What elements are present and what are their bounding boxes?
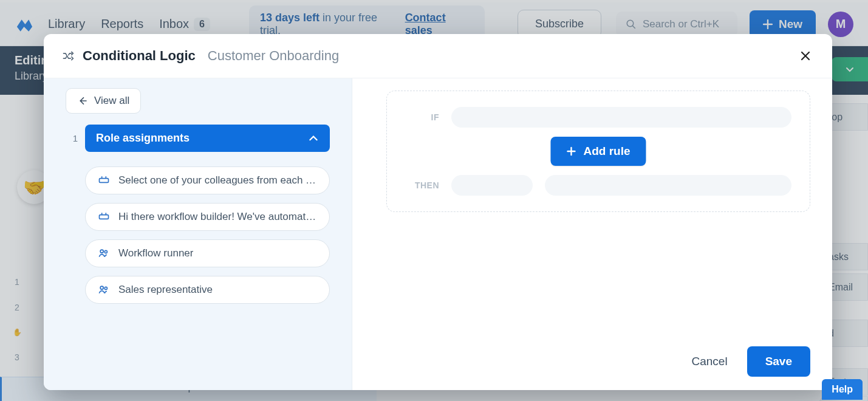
steps-panel: View all 1 Role assignments Select one o… bbox=[44, 78, 352, 390]
if-placeholder[interactable] bbox=[451, 107, 791, 128]
shuffle-icon bbox=[62, 50, 74, 62]
rule-builder: IF THEN Add rule bbox=[386, 91, 810, 212]
svg-rect-3 bbox=[100, 215, 109, 219]
view-all-label: View all bbox=[94, 95, 129, 107]
conditional-logic-modal: Conditional Logic Customer Onboarding Vi… bbox=[44, 34, 832, 390]
step-header[interactable]: Role assignments bbox=[85, 125, 330, 152]
then-row: THEN bbox=[405, 175, 791, 196]
modal-footer: Cancel Save bbox=[386, 333, 810, 377]
chevron-up-icon bbox=[308, 133, 319, 144]
people-icon bbox=[98, 247, 110, 259]
cancel-button[interactable]: Cancel bbox=[688, 349, 731, 374]
svg-rect-2 bbox=[100, 179, 109, 183]
step-subitems: Select one of your colleagues from each … bbox=[85, 166, 330, 304]
then-action-placeholder[interactable] bbox=[451, 175, 533, 196]
if-row: IF bbox=[405, 107, 791, 128]
subitem-label: Sales representative bbox=[118, 284, 213, 296]
svg-point-5 bbox=[104, 250, 107, 253]
svg-point-4 bbox=[100, 250, 103, 253]
arrow-left-icon bbox=[77, 95, 88, 106]
subitem-label: Workflow runner bbox=[118, 247, 193, 259]
modal-body: View all 1 Role assignments Select one o… bbox=[44, 78, 832, 390]
subitem[interactable]: Workflow runner bbox=[85, 239, 330, 267]
step-title: Role assignments bbox=[96, 132, 190, 145]
subitem[interactable]: Select one of your colleagues from each … bbox=[85, 166, 330, 194]
close-icon bbox=[799, 50, 812, 62]
save-button[interactable]: Save bbox=[747, 346, 810, 377]
modal-header: Conditional Logic Customer Onboarding bbox=[44, 34, 832, 78]
subitem[interactable]: Sales representative bbox=[85, 276, 330, 304]
form-field-icon bbox=[98, 211, 110, 223]
subitem[interactable]: Hi there workflow builder! We've automat… bbox=[85, 203, 330, 231]
modal-title: Conditional Logic bbox=[83, 48, 196, 64]
if-label: IF bbox=[405, 112, 439, 122]
close-button[interactable] bbox=[797, 47, 814, 64]
step-number: 1 bbox=[66, 125, 78, 152]
add-rule-label: Add rule bbox=[583, 145, 630, 158]
form-field-icon bbox=[98, 174, 110, 187]
svg-point-7 bbox=[104, 287, 107, 289]
subitem-label: Select one of your colleagues from each … bbox=[118, 174, 317, 187]
rule-panel: IF THEN Add rule Cancel bbox=[352, 78, 832, 390]
modal-subtitle: Customer Onboarding bbox=[208, 48, 339, 64]
plus-icon bbox=[566, 146, 576, 156]
then-target-placeholder[interactable] bbox=[545, 175, 791, 196]
svg-point-6 bbox=[100, 286, 103, 289]
then-label: THEN bbox=[405, 180, 439, 190]
step-row: 1 Role assignments bbox=[66, 125, 330, 152]
people-icon bbox=[98, 284, 110, 296]
add-rule-button[interactable]: Add rule bbox=[550, 137, 646, 166]
view-all-button[interactable]: View all bbox=[66, 88, 141, 114]
subitem-label: Hi there workflow builder! We've automat… bbox=[118, 211, 317, 223]
help-button[interactable]: Help bbox=[822, 379, 863, 400]
